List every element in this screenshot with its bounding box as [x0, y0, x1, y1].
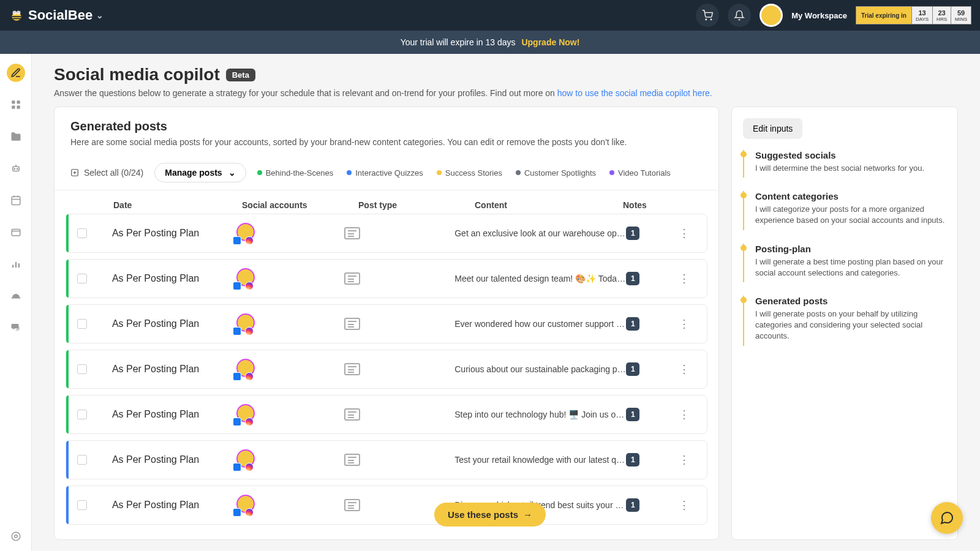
legend-item[interactable]: Interactive Quizzes — [347, 168, 423, 178]
row-date: As Per Posting Plan — [112, 364, 234, 375]
sidenav-item-settings[interactable] — [7, 533, 25, 551]
legend-item[interactable]: Behind-the-Scenes — [257, 168, 334, 178]
use-posts-button[interactable]: Use these posts → — [434, 503, 546, 527]
svg-rect-8 — [17, 106, 20, 109]
kebab-icon[interactable]: ⋮ — [679, 272, 690, 285]
instagram-icon — [245, 282, 254, 290]
table-row[interactable]: As Per Posting Plan Test your retail kno… — [66, 440, 707, 479]
row-date: As Per Posting Plan — [112, 409, 234, 420]
posttype-icon — [344, 408, 360, 421]
col-notes: Notes — [623, 200, 672, 210]
social-accounts[interactable] — [234, 223, 258, 244]
sidenav-item-cloche[interactable] — [7, 287, 25, 305]
step-desc: I will categorize your posts for a more … — [755, 204, 946, 226]
sidenav-item-robot[interactable] — [7, 159, 25, 178]
social-accounts[interactable] — [234, 404, 258, 425]
trial-days: 13DAYS — [911, 7, 932, 24]
notes-badge[interactable]: 1 — [626, 227, 639, 240]
social-accounts[interactable] — [234, 268, 258, 289]
facebook-icon — [233, 236, 241, 245]
table-row[interactable]: As Per Posting Plan Curious about our su… — [66, 350, 707, 389]
social-accounts[interactable] — [234, 313, 258, 334]
sidenav-item-chat[interactable] — [7, 318, 25, 337]
manage-posts-button[interactable]: Manage posts ⌄ — [154, 163, 246, 182]
notes-badge[interactable]: 1 — [626, 498, 639, 512]
notes-badge[interactable]: 1 — [626, 317, 639, 331]
row-checkbox[interactable] — [77, 410, 87, 419]
row-checkbox[interactable] — [77, 274, 87, 283]
facebook-icon — [233, 508, 241, 517]
banner-text: Your trial will expire in 13 days — [401, 37, 516, 47]
sidenav-item-compose[interactable] — [7, 64, 25, 82]
kebab-icon[interactable]: ⋮ — [679, 317, 690, 331]
trial-banner: Your trial will expire in 13 days Upgrad… — [0, 31, 980, 54]
kebab-icon[interactable]: ⋮ — [679, 408, 690, 421]
bell-button[interactable] — [728, 4, 751, 27]
kebab-icon[interactable]: ⋮ — [679, 227, 690, 240]
sidenav-item-schedule[interactable] — [7, 223, 25, 241]
notes-badge[interactable]: 1 — [626, 408, 639, 421]
step-title: Posting-plan — [755, 244, 946, 254]
trial-countdown[interactable]: Trial expiring in 13DAYS 23HRS 59MINS — [856, 6, 971, 24]
col-social: Social accounts — [242, 200, 358, 210]
svg-point-11 — [17, 168, 18, 170]
notes-badge[interactable]: 1 — [626, 272, 639, 285]
row-checkbox[interactable] — [77, 364, 87, 374]
chevron-down-icon[interactable]: ⌄ — [96, 10, 104, 20]
col-date: Date — [113, 200, 242, 210]
table-row[interactable]: As Per Posting Plan Meet our talented de… — [66, 259, 707, 298]
select-all[interactable]: Select all (0/24) — [70, 168, 143, 178]
svg-point-10 — [14, 168, 15, 170]
topbar-right: My Workspace Trial expiring in 13DAYS 23… — [696, 4, 971, 27]
legend-item[interactable]: Customer Spotlights — [516, 168, 596, 178]
row-checkbox[interactable] — [77, 228, 87, 238]
svg-point-2 — [17, 10, 21, 15]
sidenav-item-calendar[interactable] — [7, 191, 25, 209]
table-row[interactable]: As Per Posting Plan Ever wondered how ou… — [66, 304, 707, 343]
sidenav-item-grid[interactable] — [7, 96, 25, 114]
chat-fab[interactable] — [931, 502, 963, 534]
facebook-icon — [233, 327, 241, 335]
social-accounts[interactable] — [234, 495, 258, 515]
copilot-help-link[interactable]: how to use the social media copilot here… — [557, 88, 712, 98]
logo[interactable]: SocialBee ⌄ — [9, 7, 104, 23]
legend-item[interactable]: Video Tutorials — [609, 168, 671, 178]
posttype-icon — [344, 454, 360, 466]
row-content: Meet our talented design team! 🎨✨ Today,… — [454, 274, 626, 283]
edit-inputs-button[interactable]: Edit inputs — [743, 118, 802, 139]
panel-side: Edit inputs Suggested socialsI will dete… — [731, 107, 958, 540]
sidenav-item-folder[interactable] — [7, 127, 25, 146]
facebook-icon — [233, 282, 241, 290]
kebab-icon[interactable]: ⋮ — [679, 362, 690, 376]
row-checkbox[interactable] — [77, 455, 87, 465]
category-legend: Behind-the-ScenesInteractive QuizzesSucc… — [257, 168, 671, 178]
kebab-icon[interactable]: ⋮ — [679, 453, 690, 467]
cart-button[interactable] — [696, 4, 719, 27]
instagram-icon — [245, 327, 254, 335]
topbar: SocialBee ⌄ My Workspace Trial expiring … — [0, 0, 980, 31]
kebab-icon[interactable]: ⋮ — [679, 498, 690, 512]
step-title: Suggested socials — [755, 150, 946, 160]
table-row[interactable]: As Per Posting Plan Discover which retai… — [66, 485, 707, 525]
avatar[interactable] — [760, 4, 783, 27]
social-accounts[interactable] — [234, 449, 258, 470]
social-accounts[interactable] — [234, 359, 258, 380]
legend-item[interactable]: Success Stories — [437, 168, 502, 178]
step-title: Generated posts — [755, 296, 946, 306]
table-row[interactable]: As Per Posting Plan Step into our techno… — [66, 395, 707, 434]
sidenav-item-analytics[interactable] — [7, 255, 25, 273]
instagram-icon — [245, 372, 254, 381]
sidenav — [0, 54, 32, 551]
upgrade-link[interactable]: Upgrade Now! — [521, 37, 579, 47]
instagram-icon — [245, 418, 254, 426]
notes-badge[interactable]: 1 — [626, 453, 639, 467]
svg-point-25 — [12, 532, 20, 541]
panel-main: Generated posts Here are some social med… — [54, 107, 719, 540]
row-checkbox[interactable] — [77, 319, 87, 329]
row-checkbox[interactable] — [77, 500, 87, 510]
notes-badge[interactable]: 1 — [626, 362, 639, 376]
legend-dot — [347, 170, 352, 175]
workspace-label[interactable]: My Workspace — [791, 11, 847, 20]
table-row[interactable]: As Per Posting Plan Get an exclusive loo… — [66, 214, 707, 253]
trial-mins: 59MINS — [951, 7, 971, 24]
